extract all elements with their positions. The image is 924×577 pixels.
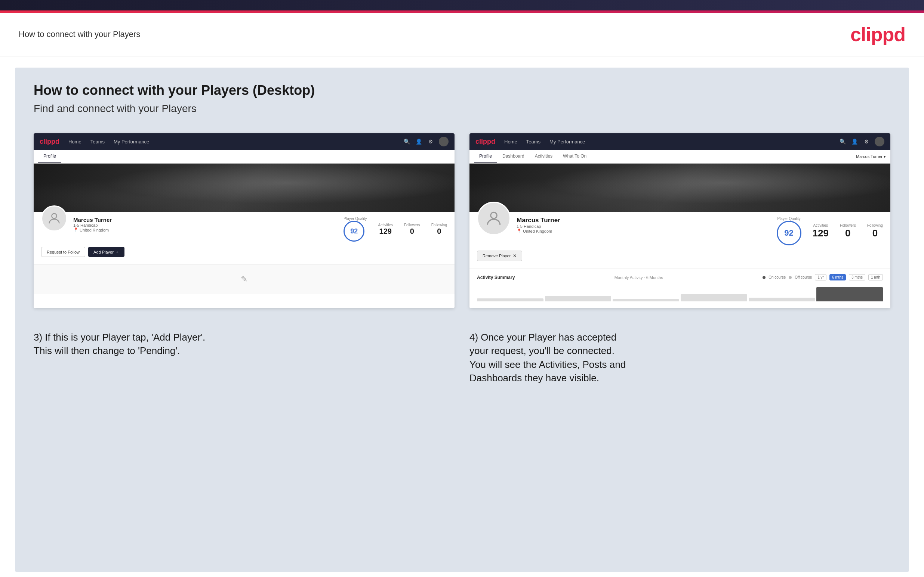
followers-stat-1: Followers 0 [404, 223, 420, 236]
screenshots-row: clippd Home Teams My Performance 🔍 👤 ⚙ P… [34, 133, 890, 308]
time-btn-1yr[interactable]: 1 yr [815, 274, 826, 280]
bar-4 [681, 294, 747, 301]
player-name-2: Marcus Turner [517, 217, 560, 224]
off-course-dot [789, 276, 792, 279]
search-icon-1[interactable]: 🔍 [403, 138, 410, 145]
bar-3 [613, 299, 679, 301]
chart-area-1: ✎ [34, 264, 454, 294]
location-pin-icon-2: 📍 [517, 229, 522, 234]
followers-label-2: Followers [840, 223, 856, 227]
time-btn-1mth[interactable]: 1 mth [868, 274, 883, 280]
add-player-button[interactable]: Add Player ＋ [88, 247, 124, 257]
nav-home-2[interactable]: Home [504, 139, 517, 145]
activities-value-2: 129 [813, 227, 829, 239]
player-handicap-1: 1-5 Handicap [73, 223, 112, 227]
off-course-label: Off course [795, 275, 812, 279]
nav-home-1[interactable]: Home [68, 139, 81, 145]
search-icon-2[interactable]: 🔍 [839, 138, 846, 145]
action-btns-1: Request to Follow Add Player ＋ [41, 247, 447, 257]
profile-body-2: Marcus Turner 1-5 Handicap 📍 United King… [470, 212, 890, 269]
followers-value-2: 0 [840, 227, 856, 239]
bar-2 [545, 296, 612, 301]
nav-teams-2[interactable]: Teams [526, 139, 541, 145]
activities-stat-2: Activities 129 [813, 223, 829, 239]
profile-body-1: Marcus Turner 1-5 Handicap 📍 United King… [34, 212, 454, 264]
bar-5 [749, 298, 815, 302]
remove-player-button[interactable]: Remove Player ✕ [477, 251, 522, 261]
tab-dashboard-2[interactable]: Dashboard [497, 150, 530, 163]
activities-stat-1: Activities 129 [378, 223, 393, 236]
nav-performance-1[interactable]: My Performance [114, 139, 149, 145]
activity-period: Monthly Activity · 6 Months [614, 275, 663, 280]
settings-icon-1[interactable]: ⚙ [427, 138, 435, 145]
tab-activities-2[interactable]: Activities [530, 150, 558, 163]
nav-teams-1[interactable]: Teams [90, 139, 105, 145]
activity-title: Activity Summary [477, 275, 515, 280]
settings-icon-2[interactable]: ⚙ [863, 138, 870, 145]
main-subtitle: Find and connect with your Players [34, 103, 890, 114]
activities-label-2: Activities [813, 223, 829, 227]
top-bar [0, 0, 924, 10]
activity-chart [477, 284, 883, 303]
nav-performance-2[interactable]: My Performance [549, 139, 585, 145]
following-stat-2: Following 0 [867, 223, 883, 239]
main-title: How to connect with your Players (Deskto… [34, 82, 890, 98]
activity-controls: On course Off course 1 yr 6 mths 3 mths … [762, 274, 883, 280]
activities-value-1: 129 [378, 227, 393, 236]
screenshot-2: clippd Home Teams My Performance 🔍 👤 ⚙ P… [470, 133, 890, 308]
hero-img-1 [34, 164, 454, 212]
following-label-1: Following [431, 223, 447, 227]
tab-dropdown[interactable]: Marcus Turner ▾ [856, 154, 886, 159]
following-label-2: Following [867, 223, 883, 227]
svg-point-1 [491, 212, 497, 219]
mock-nav-items-1: Home Teams My Performance [68, 139, 403, 145]
profile-info-2: Marcus Turner 1-5 Handicap 📍 United King… [477, 212, 883, 245]
remove-player-label: Remove Player [483, 253, 510, 258]
nav-avatar-2[interactable] [875, 137, 884, 147]
activity-legend: On course Off course [762, 275, 812, 279]
mock-tabs-2: Profile Dashboard Activities What To On … [470, 150, 890, 164]
descriptions-row: 3) If this is your Player tap, 'Add Play… [34, 323, 890, 393]
screenshot-1: clippd Home Teams My Performance 🔍 👤 ⚙ P… [34, 133, 454, 308]
user-icon-1[interactable]: 👤 [415, 138, 422, 145]
profile-hero-2 [470, 164, 890, 212]
tab-profile-2[interactable]: Profile [474, 150, 497, 163]
mock-nav-2: clippd Home Teams My Performance 🔍 👤 ⚙ [470, 133, 890, 150]
mock-nav-icons-1: 🔍 👤 ⚙ [403, 137, 449, 147]
profile-hero-1 [34, 164, 454, 212]
add-player-label: Add Player [94, 250, 114, 254]
bar-6 [816, 287, 883, 301]
description-4: 4) Once your Player has acceptedyour req… [470, 323, 890, 393]
nav-avatar-1[interactable] [439, 137, 449, 147]
activity-section: Activity Summary Monthly Activity · 6 Mo… [470, 269, 890, 308]
follow-button[interactable]: Request to Follow [41, 247, 85, 257]
page-header-title: How to connect with your Players [19, 29, 140, 39]
quality-label-2: Player Quality [777, 217, 801, 221]
on-course-dot [762, 276, 766, 279]
tab-profile-1[interactable]: Profile [38, 150, 61, 163]
stats-row-2: Player Quality 92 Activities 129 Followe… [777, 217, 883, 245]
chart-icon-1: ✎ [41, 270, 447, 288]
player-handicap-2: 1-5 Handicap [517, 224, 560, 229]
player-location-1: 📍 United Kingdom [73, 227, 112, 232]
bar-1 [477, 298, 543, 301]
quality-circle-1: 92 [344, 221, 364, 242]
main-content: How to connect with your Players (Deskto… [15, 68, 909, 572]
quality-wrapper-2: Player Quality 92 [777, 217, 801, 245]
chevron-down-icon: ▾ [884, 154, 886, 159]
avatar-2 [477, 201, 510, 235]
time-btn-3mths[interactable]: 3 mths [849, 274, 865, 280]
mock-logo-2: clippd [475, 138, 495, 146]
close-icon: ✕ [513, 253, 517, 258]
clippd-logo: clippd [850, 23, 905, 45]
quality-circle-2: 92 [777, 221, 801, 245]
time-btn-6mths[interactable]: 6 mths [829, 274, 846, 280]
user-icon-2[interactable]: 👤 [851, 138, 858, 145]
profile-details-1: Marcus Turner 1-5 Handicap 📍 United King… [73, 217, 112, 232]
quality-label-1: Player Quality [344, 217, 367, 221]
following-stat-1: Following 0 [431, 223, 447, 236]
activity-header: Activity Summary Monthly Activity · 6 Mo… [477, 274, 883, 280]
activities-label-1: Activities [378, 223, 393, 227]
profile-info-1: Marcus Turner 1-5 Handicap 📍 United King… [41, 212, 447, 242]
tab-whattoon-2[interactable]: What To On [558, 150, 592, 163]
